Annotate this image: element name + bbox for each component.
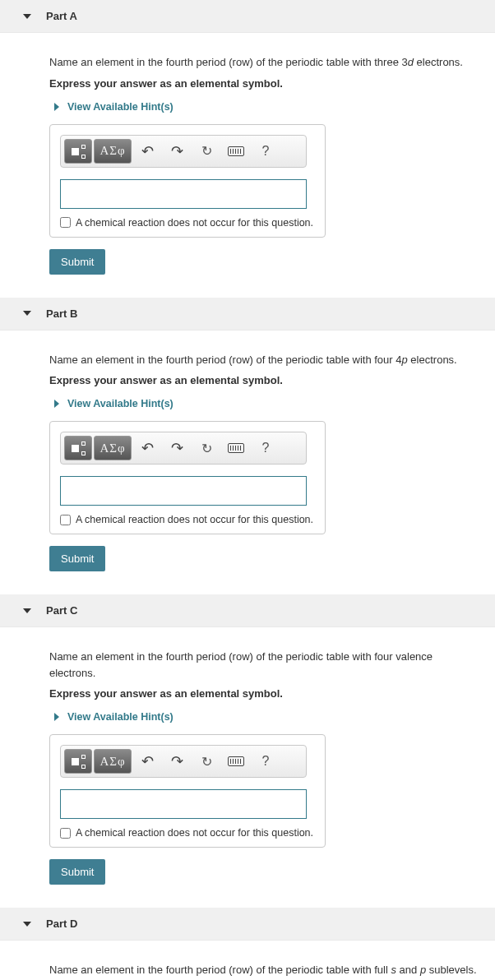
no-reaction-checkbox[interactable] [60, 515, 71, 525]
answer-input[interactable] [60, 179, 307, 209]
no-reaction-label: A chemical reaction does not occur for t… [76, 217, 313, 229]
no-reaction-checkbox-row[interactable]: A chemical reaction does not occur for t… [60, 514, 315, 525]
greek-letters-button[interactable]: ΑΣφ [94, 139, 132, 164]
greek-label: ΑΣφ [99, 144, 125, 158]
part-c-body: Name an element in the fourth period (ro… [0, 627, 495, 899]
part-c-header[interactable]: Part C [0, 594, 495, 627]
superscript-subscript-icon [70, 143, 86, 159]
part-a: Part A Name an element in the fourth per… [0, 0, 495, 289]
keyboard-icon [228, 443, 244, 453]
chevron-right-icon [54, 103, 59, 111]
part-c-question: Name an element in the fourth period (ro… [49, 649, 479, 681]
reset-button[interactable]: ↻ [192, 749, 220, 774]
part-d-header[interactable]: Part D [0, 908, 495, 941]
view-hints-link[interactable]: View Available Hint(s) [49, 398, 479, 409]
chevron-down-icon [23, 922, 31, 927]
keyboard-button[interactable] [222, 436, 250, 460]
help-button[interactable]: ? [252, 436, 280, 460]
redo-button[interactable]: ↷ [163, 139, 191, 164]
question-text-mid: and [396, 964, 420, 976]
question-text-post: sublevels. [426, 964, 476, 976]
hints-label: View Available Hint(s) [67, 101, 173, 113]
help-button[interactable]: ? [252, 749, 280, 774]
superscript-subscript-icon [70, 440, 86, 456]
undo-button[interactable]: ↶ [133, 436, 161, 460]
reset-icon: ↻ [201, 754, 212, 770]
undo-icon: ↶ [141, 142, 154, 160]
part-d-title: Part D [46, 918, 77, 930]
help-label: ? [262, 441, 270, 455]
answer-box: ΑΣφ ↶ ↷ ↻ ? A chemical reaction does not… [49, 734, 326, 848]
superscript-subscript-button[interactable] [64, 749, 92, 774]
question-text-pre: Name an element in the fourth period (ro… [49, 964, 391, 976]
part-b-title: Part B [46, 307, 77, 320]
superscript-subscript-button[interactable] [64, 436, 92, 460]
no-reaction-label: A chemical reaction does not occur for t… [76, 827, 313, 839]
question-text-pre: Name an element in the fourth period (ro… [49, 354, 402, 366]
undo-icon: ↶ [141, 752, 154, 770]
instruction-text: Express your answer as an elemental symb… [49, 77, 479, 90]
part-a-header[interactable]: Part A [0, 0, 495, 33]
reset-icon: ↻ [201, 143, 212, 159]
chevron-right-icon [54, 400, 59, 408]
no-reaction-checkbox[interactable] [60, 828, 71, 839]
chevron-down-icon [23, 311, 31, 316]
answer-toolbar: ΑΣφ ↶ ↷ ↻ ? [60, 135, 307, 168]
undo-icon: ↶ [141, 439, 154, 457]
superscript-subscript-button[interactable] [64, 139, 92, 164]
no-reaction-checkbox-row[interactable]: A chemical reaction does not occur for t… [60, 217, 315, 229]
reset-button[interactable]: ↻ [192, 139, 220, 164]
keyboard-icon [228, 146, 244, 156]
help-label: ? [262, 754, 270, 769]
redo-button[interactable]: ↷ [163, 436, 191, 460]
question-text-post: electrons. [408, 354, 457, 366]
view-hints-link[interactable]: View Available Hint(s) [49, 711, 479, 723]
question-text-pre: Name an element in the fourth period (ro… [49, 56, 408, 68]
redo-button[interactable]: ↷ [163, 749, 191, 774]
answer-input[interactable] [60, 476, 307, 506]
answer-input[interactable] [60, 789, 307, 819]
answer-toolbar: ΑΣφ ↶ ↷ ↻ ? [60, 432, 307, 465]
keyboard-button[interactable] [222, 749, 250, 774]
greek-label: ΑΣφ [99, 755, 125, 769]
part-c: Part C Name an element in the fourth per… [0, 594, 495, 899]
keyboard-button[interactable] [222, 139, 250, 164]
submit-button[interactable]: Submit [49, 859, 105, 885]
greek-letters-button[interactable]: ΑΣφ [94, 749, 132, 774]
question-text-italic: d [408, 56, 414, 68]
keyboard-icon [228, 756, 244, 766]
undo-button[interactable]: ↶ [133, 749, 161, 774]
greek-label: ΑΣφ [99, 441, 125, 455]
part-d: Part D Name an element in the fourth per… [0, 908, 495, 980]
no-reaction-label: A chemical reaction does not occur for t… [76, 514, 313, 525]
no-reaction-checkbox-row[interactable]: A chemical reaction does not occur for t… [60, 827, 315, 839]
superscript-subscript-icon [70, 753, 86, 770]
part-b-question: Name an element in the fourth period (ro… [49, 352, 479, 368]
submit-button[interactable]: Submit [49, 249, 105, 275]
help-label: ? [262, 144, 270, 159]
part-d-question: Name an element in the fourth period (ro… [49, 962, 479, 978]
answer-box: ΑΣφ ↶ ↷ ↻ ? A chemical reaction does not… [49, 124, 326, 238]
help-button[interactable]: ? [252, 139, 280, 164]
answer-toolbar: ΑΣφ ↶ ↷ ↻ ? [60, 745, 307, 778]
instruction-text: Express your answer as an elemental symb… [49, 374, 479, 386]
part-c-title: Part C [46, 604, 77, 617]
redo-icon: ↷ [171, 439, 183, 457]
answer-box: ΑΣφ ↶ ↷ ↻ ? A chemical reaction does not… [49, 421, 326, 534]
part-a-question: Name an element in the fourth period (ro… [49, 54, 479, 71]
reset-button[interactable]: ↻ [192, 436, 220, 460]
greek-letters-button[interactable]: ΑΣφ [94, 436, 132, 460]
submit-button[interactable]: Submit [49, 546, 105, 571]
undo-button[interactable]: ↶ [133, 139, 161, 164]
view-hints-link[interactable]: View Available Hint(s) [49, 101, 479, 113]
reset-icon: ↻ [201, 441, 212, 456]
part-b-header[interactable]: Part B [0, 298, 495, 331]
redo-icon: ↷ [171, 752, 183, 770]
part-a-title: Part A [46, 10, 77, 22]
redo-icon: ↷ [171, 142, 183, 160]
no-reaction-checkbox[interactable] [60, 217, 71, 228]
question-text-italic: p [402, 354, 408, 366]
hints-label: View Available Hint(s) [67, 398, 173, 409]
question-text-post: electrons. [414, 56, 463, 68]
part-a-body: Name an element in the fourth period (ro… [0, 33, 495, 289]
